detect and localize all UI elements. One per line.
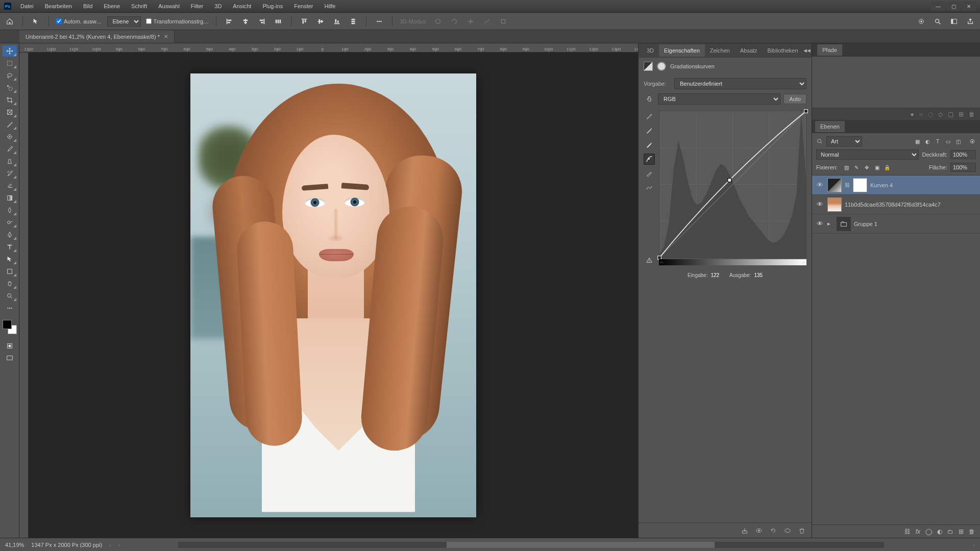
path-to-selection-icon[interactable]: ◌ (928, 111, 933, 118)
lock-position-icon[interactable]: ✥ (863, 164, 870, 171)
status-chevron-icon[interactable]: › (109, 542, 111, 548)
eyedropper-black-icon[interactable] (644, 111, 655, 122)
tab-eigenschaften[interactable]: Eigenschaften (659, 44, 705, 57)
menu-ebene[interactable]: Ebene (102, 2, 122, 10)
stroke-path-icon[interactable]: ○ (919, 111, 923, 118)
tab-zeichen[interactable]: Zeichen (705, 44, 735, 57)
make-work-path-icon[interactable]: ◇ (938, 111, 943, 118)
curves-graph[interactable] (659, 111, 806, 258)
menu-bild[interactable]: Bild (81, 2, 94, 10)
menu-ansicht[interactable]: Ansicht (231, 2, 253, 10)
layer-filter-dropdown[interactable]: Art (826, 136, 862, 146)
ruler-vertical[interactable] (19, 53, 29, 538)
curves-adjustment-icon[interactable] (644, 62, 653, 71)
clone-stamp-tool[interactable] (3, 156, 17, 167)
new-layer-icon[interactable]: ⊞ (959, 528, 964, 535)
canvas-background[interactable] (29, 53, 638, 538)
quick-selection-tool[interactable] (3, 82, 17, 93)
paths-panel-body[interactable] (812, 57, 980, 108)
visibility-toggle-icon[interactable]: 👁 (815, 181, 824, 189)
more-options-icon[interactable] (374, 16, 385, 27)
align-top-icon[interactable] (299, 16, 310, 27)
eyedropper-white-icon[interactable] (644, 139, 655, 151)
finger-tool-icon[interactable] (644, 95, 655, 103)
auto-select-input[interactable] (56, 18, 62, 24)
tab-absatz[interactable]: Absatz (735, 44, 763, 57)
layer-name[interactable]: Kurven 4 (870, 182, 893, 188)
filter-search-icon[interactable] (816, 138, 823, 145)
curve-point-tool-icon[interactable] (644, 154, 655, 165)
tab-ebenen[interactable]: Ebenen (815, 121, 845, 132)
layer-thumb-curves[interactable] (827, 178, 842, 192)
new-group-icon[interactable]: 🗀 (947, 528, 953, 535)
add-mask-path-icon[interactable]: ▢ (948, 111, 953, 118)
align-right-icon[interactable] (256, 16, 267, 27)
menu-schrift[interactable]: Schrift (129, 2, 149, 10)
auto-button[interactable]: Auto (783, 94, 806, 104)
lock-artboard-icon[interactable]: ▣ (873, 164, 880, 171)
menu-hilfe[interactable]: Hilfe (322, 2, 337, 10)
menu-datei[interactable]: Datei (18, 2, 36, 10)
window-minimize-button[interactable]: — (931, 2, 945, 11)
layer-link-icon[interactable]: ⛓ (845, 182, 850, 188)
lasso-tool[interactable] (3, 70, 17, 81)
transform-controls-input[interactable] (146, 18, 152, 24)
history-brush-tool[interactable] (3, 168, 17, 179)
lock-transparency-icon[interactable]: ▨ (843, 164, 850, 171)
layer-row[interactable]: 👁 ⛓ Kurven 4 (812, 176, 980, 195)
new-path-icon[interactable]: ⊞ (959, 111, 964, 118)
screen-mode-icon[interactable] (3, 353, 17, 364)
horizontal-scrollbar[interactable] (178, 542, 884, 548)
healing-brush-tool[interactable] (3, 131, 17, 142)
shape-tool[interactable] (3, 266, 17, 277)
window-maximize-button[interactable]: ▢ (946, 2, 961, 11)
document-tab[interactable]: Unbenannt-2 bei 41,2% (Kurven 4, Ebenenm… (19, 30, 175, 43)
auto-select-checkbox[interactable]: Autom. ausw… (56, 18, 102, 24)
layer-name[interactable]: Gruppe 1 (854, 221, 877, 227)
workspace-switcher-icon[interactable] (948, 16, 960, 27)
reset-icon[interactable] (769, 526, 778, 535)
layer-style-icon[interactable]: fx (916, 528, 920, 535)
view-previous-icon[interactable] (754, 526, 764, 535)
tab-3d[interactable]: 3D (642, 44, 659, 57)
blend-mode-dropdown[interactable]: Normal (816, 149, 919, 160)
align-left-icon[interactable] (224, 16, 235, 27)
toggle-visibility-icon[interactable] (783, 526, 792, 535)
fill-path-icon[interactable]: ● (911, 111, 914, 118)
doc-info[interactable]: 1347 Px x 2000 Px (300 ppi) (31, 542, 102, 548)
edit-toolbar-icon[interactable] (3, 303, 17, 314)
blur-tool[interactable] (3, 205, 17, 216)
curves-input-slider[interactable] (659, 259, 806, 265)
visibility-toggle-icon[interactable]: 👁 (815, 201, 824, 208)
ruler-horizontal[interactable]: 1300120011001000900800700600500400300200… (19, 43, 638, 53)
status-chevron-right-icon[interactable]: › (973, 542, 975, 548)
move-tool[interactable] (3, 45, 17, 57)
filter-toggle-icon[interactable]: ⦿ (969, 138, 976, 145)
pen-tool[interactable] (3, 229, 17, 240)
fill-input[interactable] (950, 163, 976, 172)
move-tool-preset-icon[interactable] (30, 16, 41, 27)
eyedropper-gray-icon[interactable] (644, 125, 655, 136)
transform-controls-checkbox[interactable]: Transformationsstrg… (146, 18, 209, 24)
cloud-docs-icon[interactable] (916, 16, 927, 27)
curve-smooth-icon[interactable] (644, 182, 655, 193)
distribute-h-icon[interactable] (273, 16, 284, 27)
layer-name[interactable]: 11b0d5dcae835708d472f6d3f14ca4c7 (845, 202, 941, 208)
delete-layer-icon[interactable]: 🗑 (969, 528, 975, 535)
eraser-tool[interactable] (3, 180, 17, 191)
lock-all-icon[interactable]: 🔒 (884, 164, 891, 171)
black-point-handle[interactable] (659, 258, 664, 263)
frame-tool[interactable] (3, 107, 17, 118)
layer-thumb-image[interactable] (827, 197, 842, 212)
filter-adjustment-icon[interactable]: ◐ (924, 138, 931, 145)
link-layers-icon[interactable]: ⛓ (904, 528, 911, 535)
add-mask-icon[interactable]: ◯ (925, 528, 932, 535)
channel-dropdown[interactable]: RGB (658, 93, 780, 105)
path-selection-tool[interactable] (3, 254, 17, 265)
delete-path-icon[interactable]: 🗑 (969, 111, 975, 118)
home-icon[interactable] (4, 16, 15, 27)
quick-mask-icon[interactable] (3, 340, 17, 352)
share-icon[interactable] (965, 16, 976, 27)
document-canvas[interactable] (190, 73, 476, 517)
distribute-v-icon[interactable] (348, 16, 359, 27)
